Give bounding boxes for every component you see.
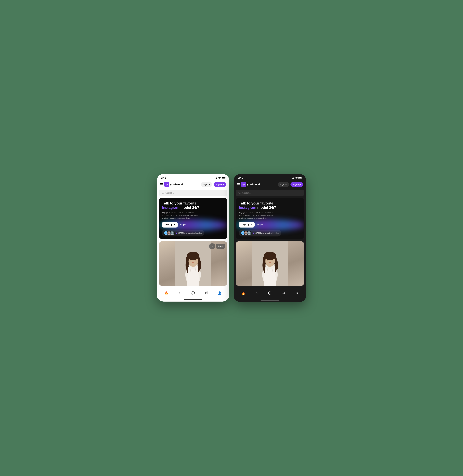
home-indicator-dark (261, 300, 279, 301)
signal-bar-4 (217, 177, 217, 179)
hero-login-button[interactable]: Log in (180, 224, 186, 226)
model-card-dark (236, 241, 304, 286)
nav-right-dark: Sign in Sign up (278, 182, 303, 187)
signin-button[interactable]: Sign in (201, 182, 212, 187)
nav-profile-dark[interactable] (294, 291, 300, 296)
hero-title-highlight: Instagram (162, 206, 179, 210)
hero-signup-button-dark[interactable]: Sign up ↗ (239, 222, 255, 227)
fire-icon-dark: 🔥 (241, 292, 245, 295)
svg-text:u²: u² (166, 183, 168, 186)
model-image-dark (236, 241, 304, 286)
hero-signup-button[interactable]: Sign up ↗ (162, 222, 178, 227)
svg-point-7 (171, 232, 173, 234)
hero-title: Talk to your favorite Instagram model 24… (162, 201, 224, 210)
wifi-icon (218, 177, 221, 179)
status-bar-dark: 9:41 (234, 174, 306, 181)
nav-hot[interactable]: 🔥 (163, 291, 170, 295)
signin-button-dark[interactable]: Sign in (278, 182, 289, 187)
svg-point-24 (248, 234, 250, 235)
hero-actions: Sign up ↗ Log in (162, 222, 224, 227)
chat-nav-icon-dark (268, 291, 271, 295)
svg-point-29 (264, 252, 276, 260)
status-icons-light (215, 177, 225, 179)
svg-point-14 (190, 260, 192, 260)
logo-text-dark: youtwo.ai (247, 183, 260, 186)
hamburger-menu-dark[interactable] (237, 183, 240, 185)
star-nav-icon: ☆ (178, 291, 181, 295)
battery-icon-dark (298, 177, 302, 179)
navbar-dark: u² youtwo.ai Sign in Sign up (234, 181, 306, 189)
social-proof-dark: 10754 have already signed up (239, 230, 281, 236)
svg-point-15 (195, 260, 196, 260)
hero-card-dark: Talk to your favorite Instagram model 24… (236, 198, 304, 239)
avatars (164, 231, 175, 235)
hero-subtitle: Engage in intimate talks with AI version… (162, 211, 198, 219)
status-bar-light: 9:41 (157, 174, 229, 181)
battery-tip-dark (302, 178, 302, 178)
battery-tip (225, 178, 225, 178)
logo-dark: u² youtwo.ai (241, 182, 260, 187)
star-icon: ☆ (211, 245, 213, 247)
signup-nav-button-dark[interactable]: Sign up (291, 182, 303, 187)
chat-label: Chat (218, 245, 223, 247)
search-bar-dark[interactable]: Search... (236, 190, 304, 196)
social-proof: 10754 have already signed up (162, 230, 204, 236)
search-container-light: Search... (159, 190, 227, 196)
svg-point-23 (249, 232, 250, 234)
profile-icon: 👤 (218, 291, 222, 295)
svg-text:u²: u² (242, 183, 245, 186)
nav-favorites-dark[interactable]: ☆ (254, 291, 259, 296)
svg-rect-33 (282, 292, 285, 294)
nav-left-light: u² youtwo.ai (160, 182, 183, 187)
hero-actions-dark: Sign up ↗ Log in (239, 222, 301, 227)
bottom-nav-dark: 🔥 ☆ (234, 289, 306, 300)
avatar-3 (170, 231, 175, 235)
search-container-dark: Search... (236, 190, 304, 196)
svg-point-35 (296, 292, 297, 293)
social-proof-text: 10754 have already signed up (176, 232, 202, 234)
nav-messages-dark[interactable] (267, 291, 273, 296)
svg-point-21 (245, 232, 247, 234)
battery-icon (222, 177, 225, 179)
nav-hot-dark[interactable]: 🔥 (240, 291, 247, 296)
signup-nav-button[interactable]: Sign up (214, 182, 226, 187)
hero-login-button-dark[interactable]: Log in (257, 224, 263, 226)
nav-gallery-dark[interactable] (280, 291, 286, 296)
svg-point-30 (267, 260, 268, 260)
hero-subtitle-dark: Engage in intimate talks with AI version… (239, 211, 275, 219)
svg-point-19 (242, 232, 244, 234)
status-icons-dark (292, 177, 302, 179)
nav-gallery[interactable]: 🖼 (203, 291, 209, 295)
status-time-dark: 9:41 (238, 176, 243, 179)
search-placeholder-dark: Search... (242, 192, 251, 194)
signal-bar-d3 (293, 178, 294, 179)
phone-light: 9:41 (157, 174, 229, 302)
svg-point-8 (171, 234, 174, 235)
gallery-icon: 🖼 (205, 291, 208, 295)
nav-favorites[interactable]: ☆ (177, 291, 182, 295)
nav-messages[interactable]: 💬 (190, 291, 196, 295)
logo-icon: u² (164, 182, 169, 187)
chat-button[interactable]: Chat (216, 243, 225, 249)
avatar-d3 (247, 231, 251, 235)
signal-bar-d2 (293, 178, 293, 179)
hamburger-menu[interactable] (160, 183, 163, 185)
svg-point-32 (268, 292, 271, 294)
hero-title-highlight-dark: Instagram (239, 206, 256, 210)
search-icon (161, 192, 164, 194)
logo-icon-dark: u² (241, 182, 246, 187)
signal-bar-d1 (292, 178, 292, 179)
model-card-light: ☆ Chat (159, 241, 227, 286)
svg-point-5 (169, 232, 170, 234)
profile-icon-dark (295, 291, 298, 295)
favorite-button[interactable]: ☆ (209, 243, 215, 249)
status-time-light: 9:41 (161, 176, 166, 179)
battery-fill (222, 177, 225, 178)
battery-fill-dark (299, 177, 302, 178)
search-bar-light[interactable]: Search... (159, 190, 227, 196)
social-proof-text-dark: 10754 have already signed up (253, 232, 279, 234)
model-overlay-buttons: ☆ Chat (209, 243, 225, 249)
nav-profile[interactable]: 👤 (216, 291, 223, 295)
bottom-nav-light: 🔥 ☆ 💬 🖼 👤 (157, 289, 229, 299)
star-nav-icon-dark: ☆ (255, 292, 258, 295)
